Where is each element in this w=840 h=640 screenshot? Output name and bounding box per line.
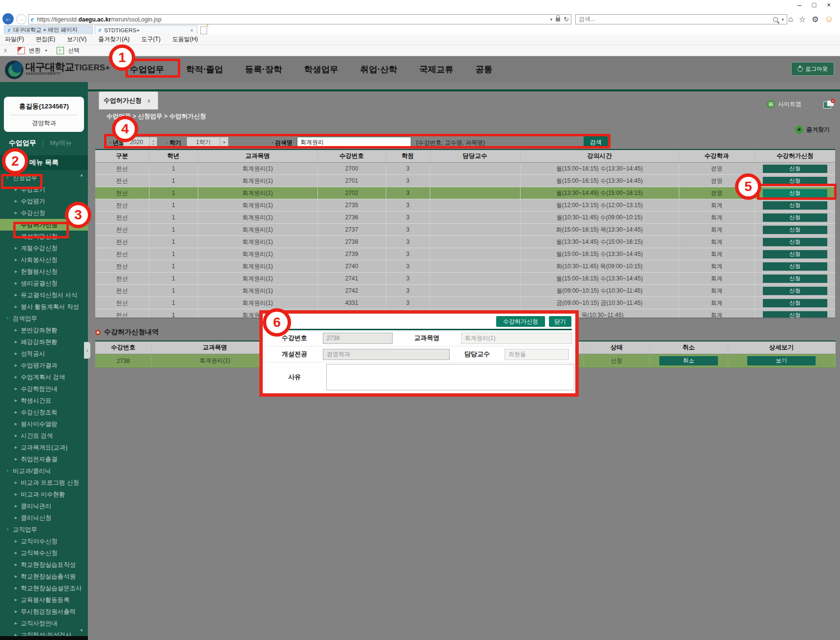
apply-button[interactable]: 신청 — [763, 201, 827, 210]
modal-apply-button[interactable]: 수강허가신청 — [496, 316, 545, 327]
nav-item[interactable]: 학생업무 — [304, 64, 338, 75]
menu-item[interactable]: 도움말(H) — [172, 35, 198, 43]
apply-button[interactable]: 신청 — [763, 287, 827, 295]
refresh-icon[interactable]: ↻ — [564, 16, 569, 23]
sidebar-item[interactable]: 봉사 활동계획서 작성 — [0, 301, 88, 313]
maximize-icon[interactable]: □ — [807, 1, 821, 9]
browser-tab-active[interactable]: e STDTIGERS+ × — [95, 25, 197, 34]
nav-item[interactable]: 취업·산학 — [360, 64, 398, 75]
reason-textarea[interactable] — [326, 364, 574, 390]
browser-tab-home[interactable]: e 대구대학교 + 메인 페이지 — [4, 25, 93, 34]
sidebar-item[interactable]: 유고결석신청서 서식 — [0, 289, 88, 301]
tab-close-icon[interactable]: × — [190, 27, 193, 33]
nav-item[interactable]: 국제교류 — [419, 64, 453, 75]
forward-button[interactable]: → — [16, 14, 26, 24]
sidebar-item[interactable]: 클리닉신청 — [0, 512, 88, 524]
apply-button[interactable]: 신청 — [763, 238, 827, 246]
sidebar-item[interactable]: 교직이수신청 — [0, 535, 88, 547]
sidebar-item[interactable]: 봉사이수열람 — [0, 418, 88, 430]
sidebar-item[interactable]: 교직업무 — [0, 524, 88, 535]
apply-button[interactable]: 신청 — [763, 165, 827, 173]
url-dropdown-icon[interactable]: ▾ — [550, 17, 553, 22]
home-icon[interactable]: ⌂ — [788, 15, 793, 23]
favorite-link[interactable]: ★ 즐겨찾기 — [795, 126, 830, 134]
apply-button[interactable]: 신청 — [763, 299, 827, 307]
close-icon[interactable]: × — [821, 1, 836, 9]
sitemap-link[interactable]: 사이트맵 — [767, 100, 801, 108]
sidebar-item[interactable]: 무시험검정원서출력 — [0, 606, 88, 618]
browser-search-input[interactable]: 검색... ▾ — [575, 14, 787, 24]
sidebar-item[interactable]: 비교과/클리닉 — [0, 465, 88, 477]
annotation-box-3 — [13, 222, 69, 238]
menu-item[interactable]: 편집(E) — [36, 35, 55, 43]
sidebar-item[interactable]: 학생시간표 — [0, 395, 88, 406]
sidebar-item[interactable]: 비교과 이수현황 — [0, 489, 88, 500]
sidebar-item[interactable]: 수강신청조회 — [0, 406, 88, 418]
menu-item[interactable]: 보기(V) — [67, 35, 86, 43]
sidebar-tab-mymenu[interactable]: My메뉴 — [50, 139, 72, 148]
sidebar-tab-active[interactable]: 수업업무 — [9, 139, 36, 148]
new-tab-icon[interactable]: * — [200, 26, 207, 34]
scroll-down-icon[interactable]: ▼ — [80, 628, 84, 633]
smiley-icon[interactable]: ☺ — [824, 14, 833, 24]
menu-item[interactable]: 파일(F) — [5, 35, 24, 43]
nav-item[interactable]: 등록·장학 — [245, 64, 282, 75]
select-button[interactable]: 선택 — [68, 46, 80, 55]
tab-close-icon[interactable]: x — [147, 98, 150, 104]
menu-item[interactable]: 즐겨찾기(A) — [98, 35, 129, 43]
url-input[interactable]: e https://tigersstd.daegu.ac.kr/nxrun/ss… — [28, 14, 571, 24]
page-tab[interactable]: 수업허가신청 x — [99, 91, 158, 109]
apply-button[interactable]: 신청 — [763, 250, 827, 258]
apply-button[interactable]: 신청 — [763, 262, 827, 271]
sidebar-item[interactable]: 계절수강신청 — [0, 242, 88, 254]
scroll-up-icon[interactable]: ▲ — [80, 173, 84, 177]
menu-item[interactable]: 도구(T) — [141, 35, 160, 43]
sidebar-item[interactable]: 교직적성·인성검사 — [0, 629, 88, 636]
popup-icon[interactable]: × — [823, 100, 834, 108]
cancel-button[interactable]: 취소 — [659, 356, 718, 365]
sidebar-item[interactable]: 수업평가결과 — [0, 360, 88, 371]
minimize-icon[interactable]: – — [792, 1, 807, 9]
sidebar-item[interactable]: 학교현장실습표작성 — [0, 559, 88, 571]
apply-button[interactable]: 신청 — [763, 213, 827, 222]
ie-icon: e — [8, 26, 10, 34]
sidebar-item[interactable]: 교육봉사활동등록 — [0, 594, 88, 606]
chevron-down-icon[interactable]: ▼ — [44, 49, 48, 52]
sidebar-item[interactable]: 헌혈봉사신청 — [0, 266, 88, 277]
divider: | — [42, 139, 44, 148]
search-icon[interactable] — [773, 17, 778, 22]
sidebar-item[interactable]: 교과목개요(교과) — [0, 442, 88, 453]
settings-gear-icon[interactable]: ⚙ — [812, 15, 819, 24]
modal-close-button[interactable]: 닫기 — [549, 316, 571, 327]
sidebar-item[interactable]: 학교현장실습설문조사 — [0, 582, 88, 594]
sidebar-item[interactable]: 사회봉사신청 — [0, 254, 88, 266]
power-icon — [798, 66, 803, 72]
search-dropdown-icon[interactable]: ▾ — [781, 17, 784, 22]
sidebar-item[interactable]: 비교과 프로그램 신청 — [0, 477, 88, 489]
favorites-star-icon[interactable]: ☆ — [799, 15, 806, 24]
apply-button[interactable]: 신청 — [763, 226, 827, 234]
sidebar-item[interactable]: 검색업무 — [0, 313, 88, 324]
detail-button[interactable]: 보기 — [747, 356, 816, 365]
sidebar-item[interactable]: 취업전자출결 — [0, 453, 88, 465]
sidebar-item[interactable]: 교직사정안내 — [0, 618, 88, 629]
sidebar-item[interactable]: 클리닉관리 — [0, 500, 88, 512]
sidebar-item[interactable]: 수업계획서 검색 — [0, 371, 88, 383]
sidebar-item[interactable]: 생리공결신청 — [0, 277, 88, 289]
apply-button[interactable]: 신청 — [763, 275, 827, 283]
sidebar-item[interactable]: 성적공시 — [0, 348, 88, 360]
logout-button[interactable]: 로그아웃 — [791, 62, 834, 76]
nav-item[interactable]: 공통 — [475, 64, 492, 75]
sidebar-item[interactable]: 폐강강좌현황 — [0, 336, 88, 348]
sidebar-item[interactable]: 교직복수신청 — [0, 547, 88, 559]
convert-button[interactable]: 변환 — [29, 46, 41, 55]
back-button[interactable]: ← — [2, 13, 14, 24]
sidebar-item[interactable]: 수강학점안내 — [0, 383, 88, 395]
nav-item[interactable]: 학적·졸업 — [186, 64, 223, 75]
annotation-circle-6: 6 — [263, 308, 291, 337]
toolbar-close-icon[interactable]: x — [4, 47, 7, 54]
sidebar-item[interactable]: 학교현장실습출석원 — [0, 571, 88, 582]
sidebar-item[interactable]: 시간표 검색 — [0, 430, 88, 442]
sidebar-item[interactable]: 분반강좌현황 — [0, 324, 88, 336]
sidebar-collapse-handle[interactable]: ‹ — [84, 342, 90, 359]
